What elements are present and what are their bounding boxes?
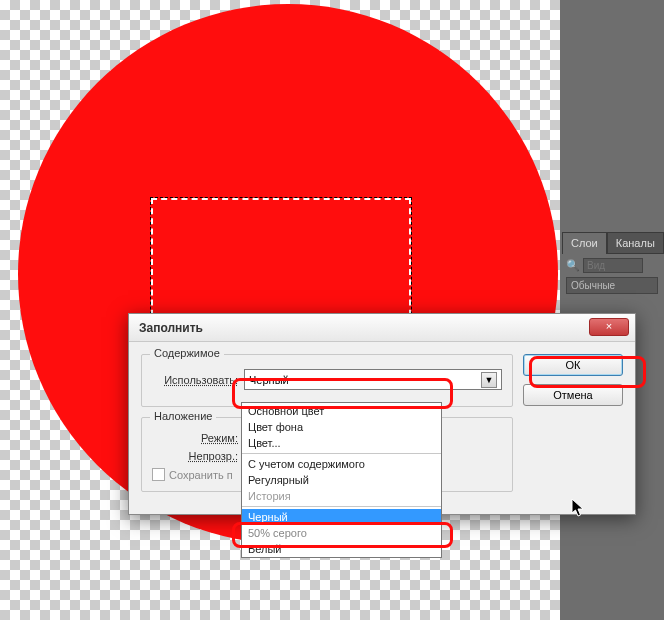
dropdown-item[interactable]: Черный [242,509,441,525]
dropdown-item[interactable]: Основной цвет [242,403,441,419]
chevron-down-icon: ▼ [481,372,497,388]
save-transparency-label: Сохранить п [169,469,233,481]
dialog-titlebar[interactable]: Заполнить × [129,314,635,342]
content-group: Содержимое Использовать: Черный ▼ [141,354,513,407]
dropdown-item[interactable]: Цвет... [242,435,441,451]
cancel-button[interactable]: Отмена [523,384,623,406]
dropdown-item[interactable]: Цвет фона [242,419,441,435]
checkbox-icon [152,468,165,481]
dropdown-item: История [242,488,441,504]
dropdown-item[interactable]: С учетом содержимого [242,456,441,472]
blend-mode-select[interactable]: Обычные [566,277,658,294]
opacity-label: Непрозр.: [152,450,238,462]
search-icon: 🔍 [566,259,580,272]
dropdown-separator [242,506,441,507]
use-combobox-value: Черный [249,374,289,386]
dropdown-item[interactable]: Белый [242,541,441,557]
dropdown-item[interactable]: Регулярный [242,472,441,488]
use-dropdown-list: Основной цветЦвет фонаЦвет...С учетом со… [241,402,442,558]
blend-group-title: Наложение [150,410,216,422]
mode-label: Режим: [152,432,238,444]
cursor-icon [571,498,587,523]
right-panel: Слои Каналы 🔍 Обычные [560,0,664,620]
dialog-title: Заполнить [135,321,203,335]
tab-layers[interactable]: Слои [562,232,607,254]
dropdown-item[interactable]: 50% серого [242,525,441,541]
ok-button[interactable]: ОК [523,354,623,376]
layer-filter-input[interactable] [583,258,643,273]
use-combobox[interactable]: Черный ▼ [244,369,502,390]
dropdown-separator [242,453,441,454]
use-label: Использовать: [152,374,238,386]
tab-channels[interactable]: Каналы [607,232,664,254]
content-group-title: Содержимое [150,347,224,359]
close-button[interactable]: × [589,318,629,336]
close-icon: × [606,320,612,332]
